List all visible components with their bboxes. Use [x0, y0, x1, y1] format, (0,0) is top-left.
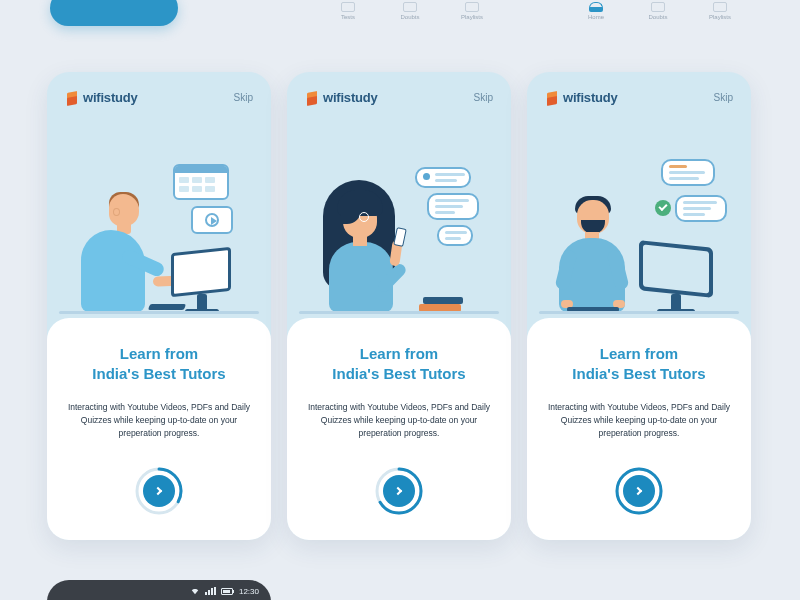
- brand-logo-icon: [545, 91, 559, 105]
- onboarding-card: wifistudy Skip Learn fromIndia's Best Tu…: [47, 72, 271, 540]
- nav-playlists[interactable]: Playlists: [700, 2, 740, 20]
- statusbar-time: 12:30: [239, 587, 259, 596]
- primary-action-pill[interactable]: [50, 0, 178, 26]
- content-sheet: Learn fromIndia's Best Tutors Interactin…: [47, 318, 271, 540]
- bottom-nav-partial: Home Doubts Playlists: [576, 0, 740, 20]
- signal-icon: [205, 587, 215, 595]
- content-sheet: Learn fromIndia's Best Tutors Interactin…: [527, 318, 751, 540]
- chevron-right-icon: [634, 486, 642, 494]
- onboard-title: Learn fromIndia's Best Tutors: [332, 344, 465, 383]
- nav-doubts[interactable]: Doubts: [390, 2, 430, 20]
- doc-bubble-icon: [661, 159, 715, 186]
- onboard-title: Learn fromIndia's Best Tutors: [92, 344, 225, 383]
- next-button[interactable]: [615, 467, 663, 515]
- brand: wifistudy: [65, 90, 138, 105]
- onboarding-card: wifistudy Skip Learn fromIndia's Best Tu…: [527, 72, 751, 540]
- battery-icon: [221, 588, 233, 595]
- onboard-desc: Interacting with Youtube Videos, PDFs an…: [65, 401, 253, 441]
- nav-label: Home: [588, 14, 604, 20]
- chat-bubble-icon: [415, 167, 471, 188]
- brand-name: wifistudy: [563, 90, 618, 105]
- nav-tests[interactable]: Tests: [328, 2, 368, 20]
- brand-name: wifistudy: [83, 90, 138, 105]
- bottom-nav-partial: Tests Doubts Playlists: [328, 0, 492, 20]
- nav-playlists[interactable]: Playlists: [452, 2, 492, 20]
- chat-bubble-icon: [427, 193, 479, 220]
- onboard-title: Learn fromIndia's Best Tutors: [572, 344, 705, 383]
- home-icon: [589, 2, 603, 12]
- android-statusbar: 12:30: [47, 580, 271, 600]
- nav-label: Playlists: [461, 14, 483, 20]
- brand-logo-icon: [65, 91, 79, 105]
- wifi-icon: [191, 587, 199, 595]
- brand: wifistudy: [305, 90, 378, 105]
- dashboard-bubble-icon: [173, 164, 229, 200]
- brand-name: wifistudy: [323, 90, 378, 105]
- skip-button[interactable]: Skip: [474, 92, 493, 103]
- doubts-icon: [651, 2, 665, 12]
- chevron-right-icon: [154, 486, 162, 494]
- nav-label: Doubts: [648, 14, 667, 20]
- brand: wifistudy: [545, 90, 618, 105]
- content-sheet: Learn fromIndia's Best Tutors Interactin…: [287, 318, 511, 540]
- video-bubble-icon: [191, 206, 233, 234]
- skip-button[interactable]: Skip: [714, 92, 733, 103]
- onboard-desc: Interacting with Youtube Videos, PDFs an…: [305, 401, 493, 441]
- next-button[interactable]: [375, 467, 423, 515]
- phone-icon: [393, 227, 407, 247]
- onboarding-card: wifistudy Skip Learn fromIndia's Best Tu…: [287, 72, 511, 540]
- illustration-desk-monitor: [527, 120, 751, 320]
- illustration-chat-phone: [287, 120, 511, 320]
- next-button[interactable]: [135, 467, 183, 515]
- tests-icon: [341, 2, 355, 12]
- doc-bubble-icon: [675, 195, 727, 222]
- nav-doubts[interactable]: Doubts: [638, 2, 678, 20]
- check-circle-icon: [655, 200, 671, 216]
- playlists-icon: [713, 2, 727, 12]
- playlists-icon: [465, 2, 479, 12]
- skip-button[interactable]: Skip: [234, 92, 253, 103]
- nav-home[interactable]: Home: [576, 2, 616, 20]
- nav-label: Tests: [341, 14, 355, 20]
- illustration-study-laptop: [47, 120, 271, 320]
- brand-logo-icon: [305, 91, 319, 105]
- onboard-desc: Interacting with Youtube Videos, PDFs an…: [545, 401, 733, 441]
- chevron-right-icon: [394, 486, 402, 494]
- nav-label: Doubts: [400, 14, 419, 20]
- doubts-icon: [403, 2, 417, 12]
- nav-label: Playlists: [709, 14, 731, 20]
- chat-bubble-icon: [437, 225, 473, 246]
